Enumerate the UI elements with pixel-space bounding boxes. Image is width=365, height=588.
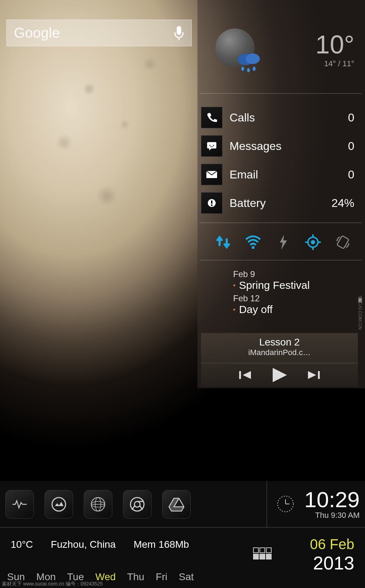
status-value: 0 bbox=[348, 140, 354, 153]
status-label: Email bbox=[230, 168, 341, 181]
status-value: 24% bbox=[331, 197, 354, 210]
play-icon[interactable] bbox=[271, 367, 288, 383]
toggle-row bbox=[201, 228, 365, 256]
wifi-toggle-icon[interactable] bbox=[244, 233, 262, 251]
calendar-events[interactable]: Feb 9 Spring Festival Feb 12 Day off bbox=[215, 267, 365, 316]
svg-rect-12 bbox=[211, 201, 212, 204]
svg-rect-37 bbox=[253, 548, 258, 553]
clock-widget[interactable]: 10:29 Thu 9:30 AM bbox=[267, 481, 360, 527]
status-value: 0 bbox=[348, 168, 354, 181]
bottom-bar: 10:29 Thu 9:30 AM 10°C Fuzhou, China Mem… bbox=[0, 481, 365, 588]
gallery-app-icon[interactable] bbox=[45, 490, 73, 519]
event-title: Spring Festival bbox=[233, 279, 365, 291]
weather-range: 14° / 11° bbox=[315, 59, 354, 68]
status-label: Battery bbox=[230, 197, 324, 210]
flash-toggle-icon[interactable] bbox=[274, 233, 292, 251]
svg-point-5 bbox=[247, 68, 250, 72]
status-label: Messages bbox=[230, 140, 341, 153]
watermark: 素材天下 SUCAI.COM.CN bbox=[357, 294, 363, 330]
svg-rect-42 bbox=[266, 554, 271, 559]
svg-rect-22 bbox=[239, 371, 241, 379]
next-icon[interactable] bbox=[306, 370, 320, 380]
svg-point-9 bbox=[213, 145, 214, 146]
weekday-label: Thu bbox=[127, 571, 144, 583]
status-value: 0 bbox=[348, 111, 354, 124]
svg-point-14 bbox=[252, 246, 255, 249]
svg-rect-39 bbox=[266, 548, 271, 553]
alarm-time: Thu 9:30 AM bbox=[304, 511, 360, 520]
apps-drawer-icon[interactable] bbox=[253, 547, 272, 561]
weekday-label: Fri bbox=[156, 571, 168, 583]
info-temp: 10°C bbox=[11, 539, 33, 550]
media-subtitle: iMandarinPod.c… bbox=[201, 348, 358, 357]
gps-toggle-icon[interactable] bbox=[304, 233, 322, 251]
battery-alert-icon bbox=[201, 192, 222, 214]
status-messages[interactable]: Messages 0 bbox=[201, 132, 354, 160]
clock-time: 10:29 bbox=[304, 489, 360, 511]
svg-point-6 bbox=[253, 67, 256, 71]
status-list: Calls 0 Messages 0 Email 0 Battery 24% bbox=[201, 100, 365, 217]
svg-rect-41 bbox=[260, 554, 265, 559]
data-toggle-icon[interactable] bbox=[214, 233, 232, 251]
status-label: Calls bbox=[230, 111, 341, 124]
chrome-app-icon[interactable] bbox=[123, 490, 151, 519]
weather-widget[interactable]: 10° 14° / 11° bbox=[197, 18, 365, 82]
svg-rect-40 bbox=[253, 554, 258, 559]
date-widget[interactable]: 06 Feb 2013 bbox=[310, 536, 354, 574]
previous-icon[interactable] bbox=[238, 370, 253, 380]
svg-point-24 bbox=[52, 498, 66, 511]
drive-app-icon[interactable] bbox=[162, 490, 191, 519]
watermark: 素材天下 www.sucai.com.cn 编号：09243525 bbox=[2, 581, 103, 587]
svg-rect-13 bbox=[211, 204, 212, 206]
svg-point-30 bbox=[134, 501, 140, 507]
email-icon bbox=[201, 164, 222, 185]
microphone-icon[interactable] bbox=[174, 26, 184, 40]
browser-app-icon[interactable] bbox=[84, 490, 112, 519]
info-memory: Mem 168Mb bbox=[134, 539, 189, 550]
status-email[interactable]: Email 0 bbox=[201, 160, 354, 189]
divider bbox=[200, 260, 362, 260]
event-date: Feb 12 bbox=[233, 293, 365, 303]
svg-rect-23 bbox=[318, 371, 320, 379]
divider bbox=[200, 223, 362, 223]
date-day-month: 06 Feb bbox=[310, 536, 354, 552]
svg-line-33 bbox=[140, 506, 143, 510]
clock-icon bbox=[276, 494, 295, 514]
svg-point-3 bbox=[246, 53, 260, 64]
weather-temperature: 10° bbox=[315, 32, 354, 57]
phone-icon bbox=[201, 107, 222, 128]
divider bbox=[200, 93, 362, 94]
svg-point-16 bbox=[311, 240, 315, 244]
info-location: Fuzhou, China bbox=[51, 539, 116, 550]
svg-point-8 bbox=[210, 145, 211, 146]
svg-rect-38 bbox=[260, 548, 265, 553]
rotate-toggle-icon[interactable] bbox=[334, 233, 352, 251]
status-battery[interactable]: Battery 24% bbox=[201, 189, 354, 217]
message-icon bbox=[201, 135, 222, 157]
weather-icon bbox=[215, 28, 258, 71]
weekday-label: Sat bbox=[179, 571, 194, 583]
date-year: 2013 bbox=[310, 552, 354, 574]
event-title: Day off bbox=[233, 303, 365, 316]
google-logo: Google bbox=[14, 25, 174, 41]
activity-app-icon[interactable] bbox=[5, 490, 34, 519]
svg-rect-7 bbox=[207, 142, 216, 149]
media-player-widget[interactable]: Lesson 2 iMandarinPod.c… bbox=[201, 333, 358, 386]
svg-line-32 bbox=[132, 506, 135, 510]
event-date: Feb 9 bbox=[233, 269, 365, 279]
svg-rect-0 bbox=[177, 26, 181, 35]
google-search-bar[interactable]: Google bbox=[6, 20, 192, 46]
media-title: Lesson 2 bbox=[201, 337, 358, 348]
status-calls[interactable]: Calls 0 bbox=[201, 103, 354, 132]
dock bbox=[5, 490, 191, 519]
svg-point-4 bbox=[241, 67, 244, 71]
